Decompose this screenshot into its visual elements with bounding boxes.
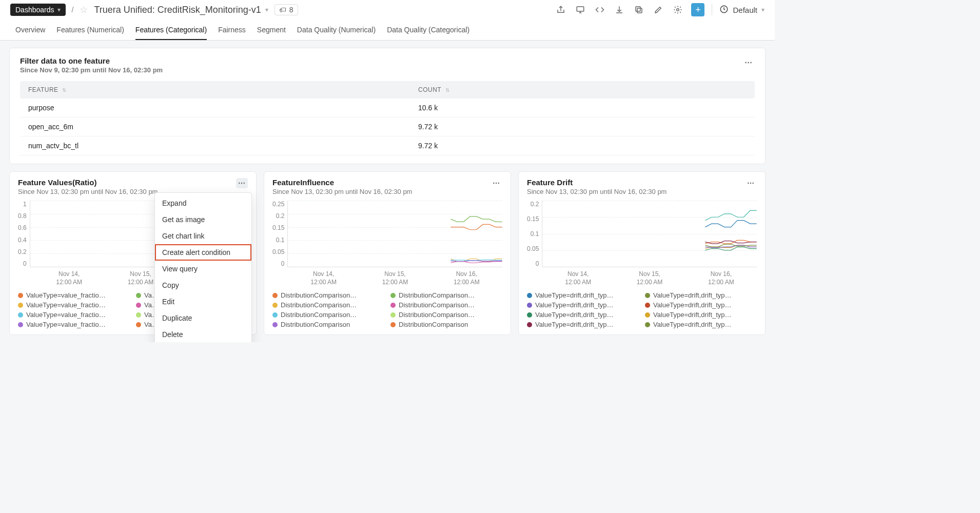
legend-label: ValueType=drift,drift_typ… (535, 301, 614, 309)
more-icon[interactable]: ⋯ (742, 56, 755, 68)
download-icon[interactable] (613, 4, 625, 16)
legend-item[interactable]: ValueType=drift,drift_typ… (527, 301, 639, 309)
menu-item-view-query[interactable]: View query (155, 261, 251, 277)
feature-cell: purpose (28, 104, 418, 112)
menu-item-get-chart-link[interactable]: Get chart link (155, 228, 251, 244)
legend-label: ValueType=value_fractio… (26, 291, 106, 299)
col-feature-header[interactable]: FEATURE ⇅ (28, 86, 418, 93)
legend-item[interactable]: DistributionComparison… (390, 301, 502, 309)
tick-label: 0.4 (18, 236, 27, 244)
legend-label: ValueType=value_fractio… (26, 311, 106, 319)
legend-swatch (527, 303, 532, 308)
legend-item[interactable]: DistributionComparison… (272, 291, 384, 299)
count-cell: 9.72 k (418, 142, 747, 150)
legend-label: ValueType=drift,drift_typ… (535, 321, 614, 328)
legend-item[interactable]: ValueType=drift,drift_typ… (645, 291, 757, 299)
legend-item[interactable]: DistributionComparison… (390, 291, 502, 299)
legend-item[interactable]: ValueType=value_fractio… (18, 321, 130, 328)
legend-label: ValueType=drift,drift_typ… (653, 301, 732, 309)
legend-swatch (18, 312, 23, 318)
menu-item-expand[interactable]: Expand (155, 195, 251, 211)
legend-item[interactable]: ValueType=drift,drift_typ… (527, 321, 639, 328)
legend-label: DistributionComparison… (281, 311, 357, 319)
menu-item-delete[interactable]: Delete (155, 326, 251, 342)
legend-swatch (645, 303, 650, 308)
table-row[interactable]: num_actv_bc_tl 9.72 k (20, 136, 755, 155)
gear-icon[interactable] (672, 4, 684, 16)
tick-label: 0 (536, 260, 539, 267)
menu-item-edit[interactable]: Edit (155, 293, 251, 310)
feature-cell: open_acc_6m (28, 123, 418, 131)
star-icon[interactable]: ☆ (80, 4, 88, 15)
add-button[interactable]: + (691, 3, 704, 16)
tick-label: 0.1 (276, 236, 285, 244)
legend-item[interactable]: ValueType=drift,drift_typ… (527, 291, 639, 299)
monitor-icon[interactable] (574, 4, 586, 16)
x-axis: Nov 14,12:00 AMNov 15,12:00 AMNov 16,12:… (542, 270, 757, 286)
more-icon[interactable]: ⋯ (745, 178, 757, 188)
content: Filter data to one feature Since Nov 9, … (0, 41, 775, 342)
chevron-down-icon: ▾ (761, 6, 765, 13)
tick-label: 0.05 (272, 248, 284, 255)
tab-overview[interactable]: Overview (15, 19, 45, 40)
legend-item[interactable]: DistributionComparison (390, 321, 502, 328)
chart-feature-values-ratio: Feature Values(Ratio) Since Nov 13, 02:3… (9, 171, 257, 335)
legend-swatch (18, 293, 23, 298)
code-icon[interactable] (594, 4, 606, 16)
legend-item[interactable]: ValueType=drift,drift_typ… (527, 311, 639, 319)
col-count-header[interactable]: COUNT ⇅ (418, 86, 747, 93)
tag-chip[interactable]: 🏷 8 (275, 4, 298, 15)
more-icon[interactable]: ⋯ (236, 178, 248, 188)
edit-icon[interactable] (652, 4, 664, 16)
time-picker[interactable]: Default ▾ (719, 5, 765, 15)
legend-item[interactable]: ValueType=drift,drift_typ… (645, 311, 757, 319)
dashboard-title-area[interactable]: Truera Unified: CreditRisk_Monitoring-v1… (94, 5, 268, 15)
svg-rect-0 (577, 7, 584, 11)
tab-fairness[interactable]: Fairness (218, 19, 246, 40)
count-cell: 9.72 k (418, 123, 747, 131)
svg-rect-1 (637, 8, 642, 13)
legend-item[interactable]: ValueType=value_fractio… (18, 301, 130, 309)
topbar: Dashboards ▾ / ☆ Truera Unified: CreditR… (0, 0, 775, 19)
menu-item-copy[interactable]: Copy (155, 277, 251, 293)
chart-title: Feature Drift (527, 178, 667, 187)
legend-label: DistributionComparison… (281, 301, 357, 309)
legend-label: ValueType=drift,drift_typ… (653, 321, 732, 328)
menu-item-create-alert-condition[interactable]: Create alert condition (155, 244, 251, 261)
tab-features-categorical-[interactable]: Features (Categorical) (135, 19, 207, 40)
sort-icon: ⇅ (62, 87, 67, 93)
tab-segment[interactable]: Segment (257, 19, 286, 40)
legend-item[interactable]: DistributionComparison… (272, 301, 384, 309)
legend-item[interactable]: DistributionComparison… (272, 311, 384, 319)
svg-point-3 (677, 9, 679, 11)
legend-label: ValueType=value_fractio… (26, 301, 106, 309)
tick-label: Nov 14,12:00 AM (310, 270, 337, 286)
legend-swatch (18, 303, 23, 308)
legend-item[interactable]: ValueType=value_fractio… (18, 291, 130, 299)
table-row[interactable]: purpose 10.6 k (20, 98, 755, 117)
svg-rect-2 (636, 7, 640, 11)
legend-item[interactable]: ValueType=drift,drift_typ… (645, 321, 757, 328)
dashboards-chip[interactable]: Dashboards ▾ (10, 4, 66, 16)
legend-swatch (390, 303, 396, 308)
legend-swatch (136, 303, 141, 308)
menu-item-get-as-image[interactable]: Get as image (155, 211, 251, 228)
legend-swatch (18, 322, 23, 327)
copy-icon[interactable] (633, 4, 645, 16)
share-icon[interactable] (555, 4, 567, 16)
legend-item[interactable]: ValueType=value_fractio… (18, 311, 130, 319)
legend-item[interactable]: ValueType=drift,drift_typ… (645, 301, 757, 309)
tab-data-quality-categorical-[interactable]: Data Quality (Categorical) (387, 19, 469, 40)
legend-label: ValueType=drift,drift_typ… (535, 311, 614, 319)
legend-label: ValueType=drift,drift_typ… (653, 291, 732, 299)
legend-item[interactable]: DistributionComparison (272, 321, 384, 328)
x-axis: Nov 14,12:00 AMNov 15,12:00 AMNov 16,12:… (288, 270, 502, 286)
tab-data-quality-numerical-[interactable]: Data Quality (Numerical) (297, 19, 376, 40)
tick-label: 0.15 (272, 224, 284, 231)
menu-item-duplicate[interactable]: Duplicate (155, 310, 251, 326)
tab-features-numerical-[interactable]: Features (Numerical) (56, 19, 124, 40)
legend-swatch (272, 303, 278, 308)
legend-item[interactable]: DistributionComparison… (390, 311, 502, 319)
table-row[interactable]: open_acc_6m 9.72 k (20, 117, 755, 136)
more-icon[interactable]: ⋯ (491, 178, 502, 188)
